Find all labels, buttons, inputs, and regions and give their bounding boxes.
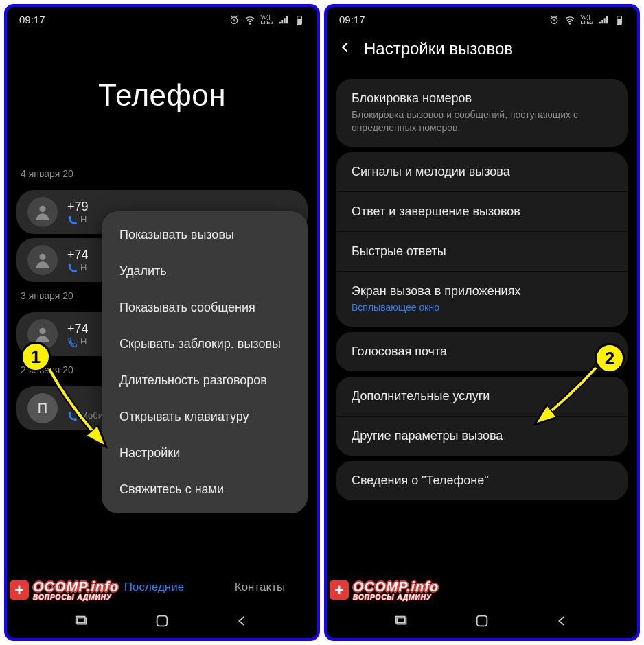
nav-home-icon[interactable] — [474, 613, 490, 631]
settings-row-answering[interactable]: Ответ и завершение вызовов — [336, 191, 628, 231]
menu-item-open-dialpad[interactable]: Открывать клавиатуру — [102, 399, 308, 435]
settings-group: Блокировка номеров Блокировка вызовов и … — [336, 79, 628, 147]
wifi-icon — [244, 15, 255, 25]
svg-point-4 — [39, 206, 45, 212]
nav-home-icon[interactable] — [154, 613, 170, 631]
callout-2: 2 — [595, 343, 625, 373]
lte-icon: Vo)| LTE2 — [260, 14, 273, 25]
settings-header: Настройки вызовов — [327, 27, 637, 73]
svg-rect-9 — [157, 616, 168, 626]
menu-item-settings[interactable]: Настройки — [102, 435, 308, 471]
status-bar: 09:17 Vo)| LTE2 — [327, 7, 637, 27]
svg-rect-3 — [298, 19, 301, 23]
svg-point-6 — [39, 328, 45, 334]
svg-point-5 — [39, 254, 45, 260]
status-time: 09:17 — [339, 14, 365, 25]
wifi-icon — [564, 15, 575, 25]
settings-group: Сведения о "Телефоне" — [336, 461, 628, 500]
android-nav — [327, 607, 637, 638]
settings-group: Сигналы и мелодии вызова Ответ и заверше… — [336, 152, 628, 327]
signal-icon — [598, 15, 609, 25]
settings-row-ringtones[interactable]: Сигналы и мелодии вызова — [336, 152, 628, 191]
settings-row-block-numbers[interactable]: Блокировка номеров Блокировка вызовов и … — [336, 79, 628, 147]
context-menu: Показывать вызовы Удалить Показывать соо… — [102, 211, 308, 513]
phone-screen-left: 09:17 Vo)| LTE2 Телефон 4 января 20 +79 … — [4, 4, 320, 641]
menu-item-hide-blocked[interactable]: Скрывать заблокир. вызовы — [102, 326, 308, 362]
menu-item-show-messages[interactable]: Показывать сообщения — [102, 290, 308, 326]
svg-point-1 — [250, 23, 251, 23]
settings-row-quick-replies[interactable]: Быстрые ответы — [336, 231, 628, 271]
avatar-icon — [27, 197, 58, 227]
menu-item-contact-us[interactable]: Свяжитесь с нами — [102, 471, 308, 508]
lte-icon: Vo)| LTE2 — [580, 14, 593, 25]
watermark-plus-icon: + — [10, 580, 29, 600]
arrow-2-icon — [527, 364, 603, 432]
arrow-1-icon — [41, 364, 117, 453]
settings-row-about[interactable]: Сведения о "Телефоне" — [336, 461, 628, 500]
nav-recents-icon[interactable] — [394, 613, 409, 631]
tab-recent[interactable]: Последние — [124, 580, 184, 594]
status-right: Vo)| LTE2 — [549, 14, 625, 25]
battery-icon — [294, 15, 305, 25]
watermark: + OCOMP.info ВОПРОСЫ АДМИНУ — [330, 579, 439, 601]
svg-rect-13 — [618, 19, 621, 23]
nav-back-icon[interactable] — [555, 613, 570, 631]
app-title-zone: Телефон — [7, 27, 317, 164]
svg-rect-16 — [477, 616, 487, 626]
avatar-icon — [27, 245, 58, 275]
watermark: + OCOMP.info ВОПРОСЫ АДМИНУ — [10, 579, 119, 601]
callout-1: 1 — [21, 342, 51, 372]
date-header-1: 4 января 20 — [7, 164, 317, 186]
menu-item-show-calls[interactable]: Показывать вызовы — [102, 217, 308, 253]
nav-back-icon[interactable] — [235, 613, 250, 631]
status-right: Vo)| LTE2 — [229, 14, 305, 25]
alarm-icon — [549, 15, 560, 25]
signal-icon — [278, 15, 289, 25]
svg-point-11 — [570, 23, 571, 23]
android-nav — [7, 607, 317, 638]
menu-item-call-duration[interactable]: Длительность разговоров — [102, 362, 308, 399]
nav-recents-icon[interactable] — [74, 613, 89, 631]
tab-contacts[interactable]: Контакты — [235, 580, 285, 594]
status-bar: 09:17 Vo)| LTE2 — [7, 7, 317, 27]
status-time: 09:17 — [19, 14, 45, 25]
watermark-plus-icon: + — [330, 580, 349, 600]
menu-item-delete[interactable]: Удалить — [102, 253, 308, 290]
settings-title: Настройки вызовов — [364, 39, 513, 58]
app-title: Телефон — [98, 78, 226, 113]
phone-screen-right: 09:17 Vo)| LTE2 Настройки вызовов Блокир… — [324, 4, 640, 641]
settings-row-call-display[interactable]: Экран вызова в приложениях Всплывающее о… — [336, 271, 628, 327]
battery-icon — [614, 15, 625, 25]
back-icon[interactable] — [338, 40, 353, 58]
alarm-icon — [229, 15, 240, 25]
